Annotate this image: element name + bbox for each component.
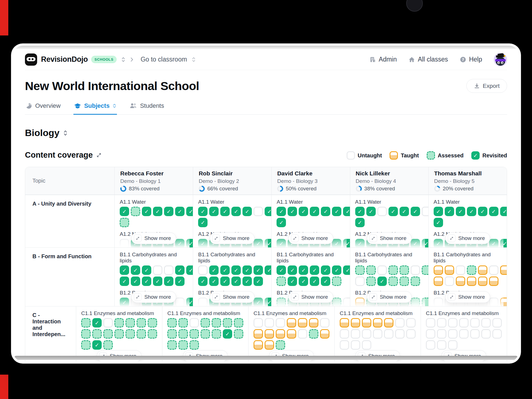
coverage-box-row xyxy=(198,218,266,227)
home-icon xyxy=(408,56,415,63)
coverage-box-untaught xyxy=(377,207,387,216)
breadcrumb-chevron-icon xyxy=(130,57,134,62)
coverage-table: TopicRebecca FosterDemo - Biology 183% c… xyxy=(25,167,507,361)
coverage-box-revisited xyxy=(198,277,208,286)
coverage-box-revisited xyxy=(332,207,341,216)
expand-icon xyxy=(212,234,220,242)
tab-overview[interactable]: Overview xyxy=(25,100,61,115)
show-more-button[interactable]: Show more xyxy=(288,232,333,244)
coverage-box-assessed xyxy=(411,298,420,306)
coverage-box-revisited xyxy=(175,239,185,247)
tab-label: Overview xyxy=(35,102,61,109)
coverage-box-assessed xyxy=(81,340,91,350)
coverage-box-row xyxy=(198,277,266,286)
teacher-name: Nick Lilleker xyxy=(356,170,423,177)
coverage-box-revisited xyxy=(265,207,271,216)
coverage-box-untaught xyxy=(254,318,263,328)
coverage-box-revisited xyxy=(434,239,443,247)
teacher-name: Rob Sinclair xyxy=(199,170,266,177)
window-chrome-strip xyxy=(13,46,519,49)
coverage-box-revisited xyxy=(467,207,476,216)
coverage-box-revisited xyxy=(254,277,263,286)
tab-selector-chevrons-icon[interactable] xyxy=(112,103,116,109)
coverage-box-revisited xyxy=(377,277,387,286)
coverage-box-untaught xyxy=(320,318,329,328)
backdrop-logo-orb xyxy=(406,0,423,12)
coverage-box-untaught xyxy=(406,318,416,328)
coverage-box-revisited xyxy=(231,265,241,275)
table-row: A - Unity and DiversityA1.1 WaterA1.2 Nu… xyxy=(25,195,507,247)
user-avatar[interactable] xyxy=(494,53,507,66)
coverage-box-assessed xyxy=(422,298,428,306)
expand-icon xyxy=(212,293,220,301)
class-name: Demo - Biology 5 xyxy=(434,178,501,184)
subject-selector-chevrons-icon[interactable] xyxy=(63,129,68,137)
nav-item-label: Admin xyxy=(379,56,397,63)
show-more-button[interactable]: Show more xyxy=(367,232,412,244)
building-icon xyxy=(369,56,376,63)
legend-item-taught: Taught xyxy=(390,151,419,160)
show-more-label: Show more xyxy=(144,294,171,300)
coverage-cell: C1.1 Enzymes and metabolismShow more xyxy=(248,306,334,361)
coverage-box-assessed xyxy=(120,218,129,227)
coverage-box-revisited xyxy=(92,340,102,350)
coverage-box-revisited xyxy=(343,207,350,216)
expand-icon[interactable] xyxy=(96,152,102,158)
org-selector-chevrons-icon[interactable] xyxy=(121,57,126,63)
coverage-box-taught xyxy=(254,340,263,350)
go-to-classroom-link[interactable]: Go to classroom xyxy=(140,56,187,63)
classroom-selector-chevrons-icon[interactable] xyxy=(191,57,196,63)
show-more-button[interactable]: Show more xyxy=(288,291,333,303)
teacher-name: Thomas Marshall xyxy=(434,170,501,177)
graduation-cap-icon xyxy=(74,103,81,109)
coverage-box-untaught xyxy=(459,318,469,328)
coverage-box-revisited xyxy=(422,239,428,247)
show-more-button[interactable]: Show more xyxy=(367,291,412,303)
nav-item-admin[interactable]: Admin xyxy=(369,56,397,63)
show-more-button[interactable]: Show more xyxy=(210,232,255,244)
show-more-button[interactable]: Show more xyxy=(210,291,255,303)
coverage-box-assessed xyxy=(332,277,341,286)
coverage-box-revisited xyxy=(164,277,173,286)
coverage-box-taught xyxy=(478,265,487,275)
coverage-box-untaught xyxy=(351,329,360,339)
coverage-box-row xyxy=(81,340,157,350)
coverage-box-revisited xyxy=(332,239,341,247)
coverage-box-taught xyxy=(355,298,365,306)
coverage-box-row xyxy=(426,318,502,328)
tab-subjects[interactable]: Subjects xyxy=(73,100,117,115)
nav-item-label: Help xyxy=(469,56,482,63)
show-more-button[interactable]: Show more xyxy=(131,232,176,244)
coverage-box-untaught xyxy=(481,318,491,328)
coverage-box-assessed xyxy=(190,340,199,350)
coverage-box-revisited xyxy=(164,207,173,216)
coverage-box-taught xyxy=(489,277,498,286)
legend-item-revisited: Revisited xyxy=(471,151,507,160)
coverage-box-revisited xyxy=(142,277,151,286)
coverage-box-assessed xyxy=(178,340,188,350)
coverage-box-revisited xyxy=(142,207,151,216)
show-more-button[interactable]: Show more xyxy=(445,232,490,244)
coverage-box-assessed xyxy=(388,265,398,275)
coverage-box-untaught xyxy=(448,329,457,339)
show-more-button[interactable]: Show more xyxy=(131,291,176,303)
coverage-cell: B1.1 Carbohydrates and lipidsB1.2 Protei… xyxy=(271,248,350,306)
brand-name: RevisionDojo xyxy=(41,55,88,64)
expand-icon xyxy=(134,234,142,242)
nav-item-label: All classes xyxy=(418,56,448,63)
revisiondojo-logo-icon[interactable] xyxy=(25,53,37,66)
nav-item-help[interactable]: ? Help xyxy=(460,56,482,63)
coverage-box-revisited xyxy=(254,298,263,306)
nav-item-all-classes[interactable]: All classes xyxy=(408,56,448,63)
horizontal-scrollbar[interactable] xyxy=(14,356,518,360)
export-button[interactable]: Export xyxy=(466,79,507,93)
coverage-box-row xyxy=(198,265,266,275)
coverage-box-untaught xyxy=(377,265,387,275)
tab-students[interactable]: Students xyxy=(129,100,165,115)
legend-label: Revisited xyxy=(482,152,507,159)
coverage-box-row xyxy=(355,207,423,216)
legend-label: Assessed xyxy=(438,152,464,159)
coverage-box-row xyxy=(355,265,423,275)
show-more-button[interactable]: Show more xyxy=(445,291,490,303)
coverage-box-row xyxy=(277,218,345,227)
